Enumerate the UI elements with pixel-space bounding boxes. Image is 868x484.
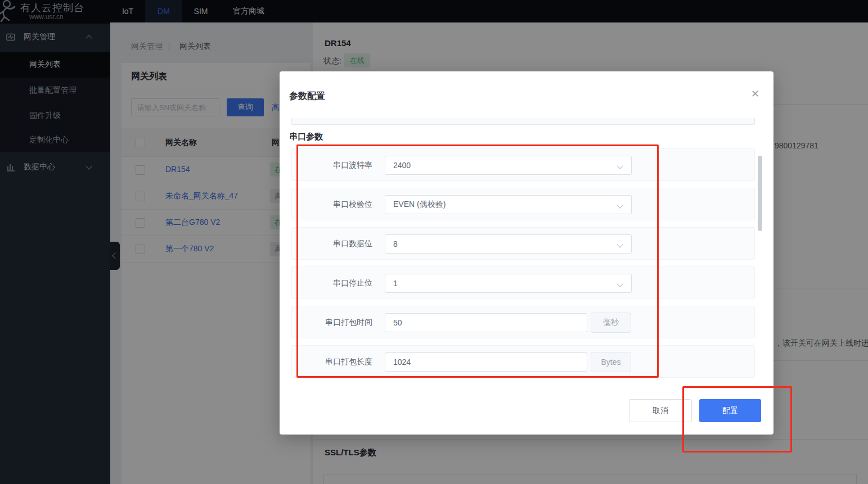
annotation-highlight-confirm [682, 386, 792, 453]
modal-title: 参数配置 [289, 91, 325, 102]
modal-scrollbar-thumb[interactable] [758, 156, 762, 231]
scrolled-field-remnant [291, 118, 755, 125]
annotation-highlight-fields [296, 144, 659, 378]
serial-section-title: 串口参数 [289, 132, 323, 142]
app-root: IoT DM SIM 官方商城 有人云控制台 www.usr.cn 网关管理 网… [0, 0, 868, 484]
close-icon[interactable]: ✕ [751, 89, 759, 99]
